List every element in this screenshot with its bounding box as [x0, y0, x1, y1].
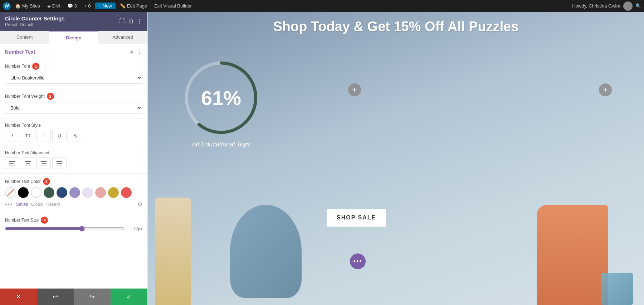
number-font-weight-label: Number Font Weight 2 [5, 93, 142, 100]
save-button[interactable]: ✓ [111, 289, 147, 305]
svg-rect-2 [9, 165, 15, 165]
tab-content[interactable]: Content [0, 31, 49, 44]
edit-page-label: Edit Page [127, 3, 147, 9]
number-font-style-field: Number Font Style I TT Tt U S [0, 118, 147, 146]
more-colors-btn[interactable]: ••• [5, 201, 13, 208]
number-font-weight-field: Number Font Weight 2 Bold Regular Light [0, 88, 147, 118]
new-button[interactable]: + New [95, 3, 116, 9]
section-header: Number Text ▲ ⋮ [0, 44, 147, 58]
svg-rect-5 [25, 165, 31, 165]
number-font-field: Number Font 1 Libre Baskerville Arial Ge… [0, 58, 147, 88]
tab-advanced[interactable]: Advanced [98, 31, 147, 44]
canvas-area: Shop Today & Get 15% Off All Puzzles 61%… [148, 12, 644, 305]
color-pink[interactable] [95, 187, 106, 198]
capitalize-btn[interactable]: Tt [36, 130, 51, 141]
color-tab-saved[interactable]: Saved [16, 202, 28, 207]
number-text-alignment-field: Number Text Alignment [0, 146, 147, 174]
align-left-btn[interactable] [5, 158, 19, 169]
wordpress-icon[interactable]: W [3, 2, 11, 10]
panel-header-icons: ⛶ ⊡ ⋮ [119, 18, 142, 25]
circle-label: off Educational Toys [192, 141, 250, 148]
layout-icon[interactable]: ⊡ [128, 18, 133, 25]
color-tab-global[interactable]: Global [31, 202, 44, 207]
align-right-btn[interactable] [36, 158, 51, 169]
notifications-menu[interactable]: + 0 [81, 2, 94, 10]
color-white[interactable] [31, 187, 42, 198]
number-font-style-label: Number Font Style [5, 123, 142, 128]
panel-preset: Preset: Default [5, 22, 65, 27]
svg-rect-3 [25, 161, 31, 162]
slider-row: 72px [5, 226, 142, 232]
undo-button[interactable]: ↩ [37, 289, 74, 305]
divi-icon: ◈ [47, 3, 51, 9]
badge-4: 4 [41, 217, 48, 224]
top-bar: W 🏠 My Sites ◈ Divi 💬 3 + 0 + New ✏️ Edi… [0, 0, 644, 12]
number-font-label: Number Font 1 [5, 63, 142, 70]
align-buttons [5, 158, 142, 169]
number-font-weight-select[interactable]: Bold Regular Light [5, 102, 142, 114]
number-text-size-label: Number Text Size 4 [5, 217, 142, 224]
color-transparent[interactable] [5, 187, 16, 198]
color-black[interactable] [18, 187, 29, 198]
color-tab-recent[interactable]: Recent [47, 202, 60, 207]
svg-rect-6 [41, 161, 47, 162]
number-font-select[interactable]: Libre Baskerville Arial Georgia [5, 72, 142, 84]
comments-menu[interactable]: 💬 3 [64, 2, 80, 10]
main-layout: Circle Counter Settings Preset: Default … [0, 12, 644, 305]
home-icon: 🏠 [15, 3, 21, 9]
svg-rect-10 [57, 163, 62, 164]
exit-builder-label: Exit Visual Builder [154, 3, 192, 9]
comments-count: 3 [74, 3, 77, 9]
my-sites-menu[interactable]: 🏠 My Sites [12, 2, 43, 10]
color-dark-green[interactable] [44, 187, 54, 198]
notifications-count: 0 [88, 3, 91, 9]
strikethrough-btn[interactable]: S [68, 130, 82, 141]
color-swatches [5, 187, 142, 198]
fullscreen-icon[interactable]: ⛶ [119, 18, 125, 25]
svg-rect-0 [9, 161, 15, 162]
collapse-icon[interactable]: ▲ [129, 48, 135, 55]
uppercase-btn[interactable]: TT [21, 130, 35, 141]
circle-value: 61% [201, 86, 241, 110]
badge-2: 2 [47, 93, 54, 100]
tabs-row: Content Design Advanced [0, 31, 147, 44]
exit-builder-button[interactable]: Exit Visual Builder [151, 2, 195, 10]
section-more-icon[interactable]: ⋮ [137, 48, 142, 55]
badge-3: 3 [43, 178, 50, 185]
number-text-color-field: Number Text Color 3 ••• [0, 174, 147, 212]
add-button-center[interactable]: + [348, 83, 361, 96]
color-gold[interactable] [108, 187, 119, 198]
section-actions: ▲ ⋮ [129, 48, 142, 55]
color-navy[interactable] [57, 187, 67, 198]
panel-header-left: Circle Counter Settings Preset: Default [5, 15, 65, 27]
svg-rect-1 [9, 163, 14, 164]
svg-rect-11 [57, 165, 62, 165]
avatar[interactable] [623, 1, 633, 11]
howdy-label: Howdy, Christina Gwira [572, 3, 620, 9]
my-sites-label: My Sites [22, 3, 40, 9]
search-icon[interactable]: 🔍 [635, 3, 641, 9]
redo-button[interactable]: ↪ [74, 289, 111, 305]
italic-btn[interactable]: I [5, 130, 19, 141]
svg-rect-8 [41, 165, 47, 165]
text-size-slider[interactable] [5, 226, 125, 232]
underline-btn[interactable]: U [52, 130, 67, 141]
color-tabs: ••• Saved Global Recent ⚙ [5, 201, 142, 208]
toys-decoration [148, 180, 644, 305]
divi-menu[interactable]: ◈ Divi [44, 2, 63, 10]
add-button-right[interactable]: + [599, 83, 612, 96]
color-red[interactable] [121, 187, 132, 198]
cancel-button[interactable]: ✕ [0, 289, 37, 305]
circle-counter-container: 61% off Educational Toys [182, 58, 260, 148]
number-text-color-label: Number Text Color 3 [5, 178, 142, 185]
more-icon[interactable]: ⋮ [137, 18, 142, 25]
align-justify-btn[interactable] [52, 158, 67, 169]
color-lavender[interactable] [69, 187, 80, 198]
align-center-btn[interactable] [21, 158, 35, 169]
tab-design[interactable]: Design [49, 31, 98, 44]
color-light-purple[interactable] [82, 187, 93, 198]
svg-rect-7 [42, 163, 47, 164]
color-settings-icon[interactable]: ⚙ [137, 201, 142, 208]
edit-page-button[interactable]: ✏️ Edit Page [117, 2, 150, 10]
section-title: Number Text [5, 49, 35, 55]
